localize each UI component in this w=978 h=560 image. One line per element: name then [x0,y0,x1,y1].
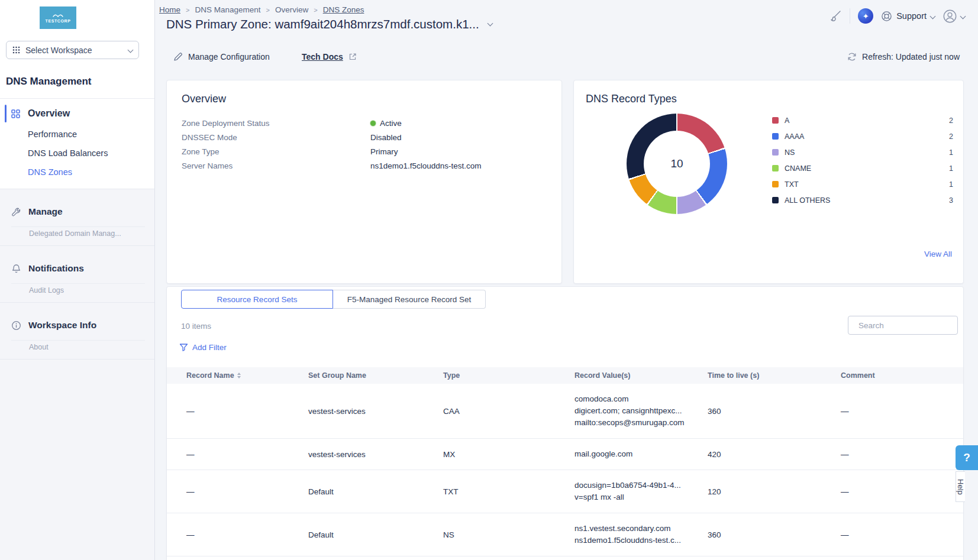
chevron-down-icon [930,13,936,19]
legend-count: 2 [949,132,953,141]
divider [850,8,850,24]
breadcrumb-item[interactable]: DNS Zones [323,5,364,14]
cell-set-group-name: Default [308,530,443,539]
breadcrumb-item[interactable]: DNS Management [195,5,260,14]
sort-icon[interactable] [237,373,241,378]
help-widget: ? Help [956,445,978,502]
column-header-record-values: Record Value(s) [574,371,708,380]
sidebar-item-sublabel: About [29,343,145,351]
column-header-set-group-name: Set Group Name [308,371,443,380]
table-row[interactable]: —vestest-servicesCAAcomodoca.comdigicert… [167,384,963,439]
table-row[interactable]: —DefaultNSns1.vestest.secondary.comns1de… [167,513,963,556]
sidebar-item-overview[interactable]: Overview [0,102,154,125]
support-menu[interactable]: Support [881,11,935,22]
sidebar-item-dns-load-balancers[interactable]: DNS Load Balancers [0,144,154,163]
legend-item-ns[interactable]: NS1 [772,144,953,160]
wrench-icon [11,207,21,217]
user-menu[interactable] [943,9,965,24]
pencil-icon [173,52,183,61]
refresh-button[interactable]: Refresh: Updated just now [847,52,960,61]
legend-item-cname[interactable]: CNAME1 [772,160,953,176]
legend-label: A [785,116,789,125]
tech-docs-link[interactable]: Tech Docs [302,52,357,61]
cell-comment: — [841,487,963,496]
help-tab[interactable]: Help [956,471,965,502]
cell-set-group-name: vestest-services [308,407,443,416]
sidebar-item-manage[interactable]: Manage Delegated Domain Manag... [0,189,154,245]
support-label: Support [896,11,927,21]
brush-icon[interactable] [829,9,842,22]
chevron-down-icon [960,13,966,19]
legend-count: 1 [949,148,953,157]
legend-swatch [772,133,779,140]
field-zone-deployment-status: Zone Deployment Status Active [167,116,561,130]
cell-ttl: 120 [708,487,841,496]
column-header-comment: Comment [841,371,963,380]
field-server-names: Server Names ns1demo1.f5clouddns-test.co… [167,158,561,173]
status-dot-active [370,121,376,126]
cell-comment: — [841,530,963,539]
table-row[interactable]: —vestest-servicesMXmail.google.com420— [167,439,963,470]
external-link-icon [348,53,357,61]
chart-card-title: DNS Record Types [586,93,963,105]
manage-configuration-button[interactable]: Manage Configuration [173,52,270,61]
legend-label: ALL OTHERS [785,196,830,205]
sidebar-item-label: Overview [28,108,70,119]
bird-logo-icon [52,13,64,18]
sidebar-item-workspace-info[interactable]: Workspace Info About [0,302,154,359]
sidebar-item-label: Workspace Info [28,320,96,331]
overview-grid-icon [11,109,20,118]
legend-label: AAAA [785,132,804,141]
legend-item-aaaa[interactable]: AAAA2 [772,128,953,144]
cell-type: NS [443,530,574,539]
cell-type: CAA [443,407,574,416]
breadcrumb-item[interactable]: Overview [275,5,308,14]
column-header-record-name[interactable]: Record Name [186,371,308,380]
cell-type: MX [443,450,574,459]
cell-ttl: 360 [708,530,841,539]
table-row[interactable]: —DefaultTXTdocusign=1b0a6754-49b1-4...v=… [167,470,963,513]
sidebar-item-sublabel: Delegated Domain Manag... [29,229,145,238]
search-box[interactable] [848,316,958,335]
cell-set-group-name: Default [308,487,443,496]
legend-item-txt[interactable]: TXT1 [772,176,953,192]
table-row[interactable]: —DefaultAAAA1111:1111...300— [167,556,963,560]
view-all-link[interactable]: View All [924,250,952,258]
sidebar-item-notifications[interactable]: Notifications Audit Logs [0,245,154,302]
records-panel: Resource Record Sets F5-Managed Resource… [166,286,964,560]
ai-assistant-button[interactable]: ✦ [858,8,873,24]
legend-item-a[interactable]: A2 [772,112,953,128]
legend-swatch [772,117,779,124]
legend-swatch [772,181,779,187]
cell-ttl: 360 [708,407,841,416]
cell-record-values: docusign=1b0a6754-49b1-4...v=spf1 mx -al… [574,480,708,503]
tab-f5-managed-resource-record-set[interactable]: F5-Managed Resource Record Set [333,290,486,309]
refresh-icon [847,52,857,61]
column-header-ttl: Time to live (s) [708,371,841,380]
legend-label: NS [785,148,795,157]
legend-swatch [772,197,779,203]
workspace-selector[interactable]: Select Workspace [6,41,139,59]
breadcrumb-item[interactable]: Home [159,5,180,14]
sidebar-item-sublabel: Audit Logs [29,286,145,294]
legend-count: 1 [949,164,953,173]
avatar-icon [943,9,957,24]
dns-record-types-card: DNS Record Types 10 A2AAAA2NS1CNAME1TXT1… [573,80,964,284]
help-question-button[interactable]: ? [956,445,978,470]
add-filter-button[interactable]: Add Filter [179,343,227,352]
title-chevron-down-icon[interactable] [487,21,493,27]
sidebar-item-label: Notifications [28,263,84,274]
sidebar-item-performance[interactable]: Performance [0,125,154,144]
search-input[interactable] [858,321,963,330]
tab-resource-record-sets[interactable]: Resource Record Sets [181,290,333,309]
sidebar-item-dns-zones[interactable]: DNS Zones [0,163,154,182]
legend-item-all-others[interactable]: ALL OTHERS3 [772,192,953,208]
breadcrumb-separator: > [186,7,189,14]
logo-text: TESTCORP [46,19,71,23]
legend-swatch [772,149,779,156]
legend-count: 3 [949,196,953,205]
legend-count: 1 [949,180,953,189]
cell-comment: — [841,450,963,459]
support-icon [881,11,892,22]
cell-type: TXT [443,487,574,496]
